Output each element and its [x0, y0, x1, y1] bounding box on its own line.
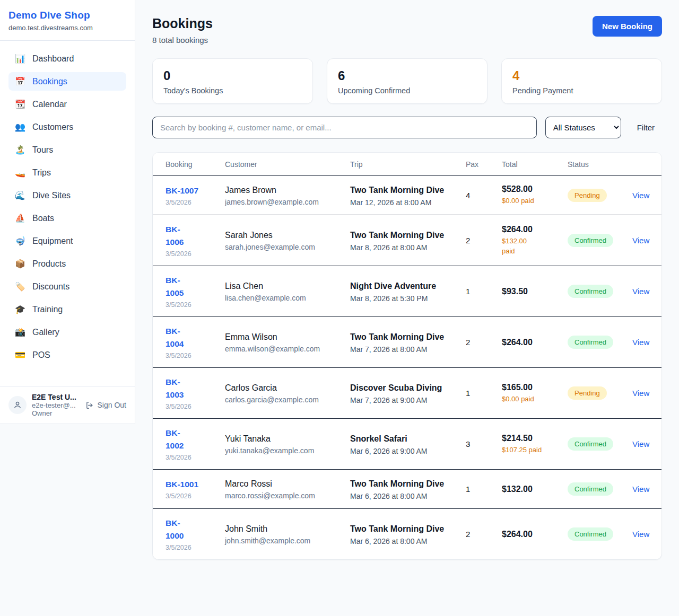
booking-id-link[interactable]: BK- 1004	[166, 325, 207, 350]
view-link[interactable]: View	[632, 338, 649, 347]
sidebar-item-gallery[interactable]: 📸Gallery	[8, 323, 126, 341]
column-header-total: Total	[489, 153, 555, 176]
sidebar-item-label: Gallery	[32, 328, 59, 337]
products-icon: 📦	[15, 259, 25, 269]
table-row: BK-1007 3/5/2026 James Brown james.brown…	[153, 176, 662, 215]
stat-value: 6	[338, 68, 476, 83]
page-title: Bookings	[152, 16, 213, 31]
pax-count: 2	[466, 338, 484, 347]
trip-datetime: Mar 6, 2026 at 8:00 AM	[350, 537, 448, 545]
view-link[interactable]: View	[632, 530, 649, 539]
trip-name: Two Tank Morning Dive	[350, 184, 448, 197]
customer-name: Marco Rossi	[225, 478, 332, 490]
tours-icon: 🏝️	[15, 145, 25, 155]
view-link[interactable]: View	[632, 287, 649, 296]
total-amount: $264.00	[502, 530, 550, 539]
sidebar-item-pos[interactable]: 💳POS	[8, 346, 126, 364]
booking-date: 3/5/2026	[166, 544, 207, 551]
booking-date: 3/5/2026	[166, 250, 207, 258]
new-booking-button[interactable]: New Booking	[593, 16, 662, 37]
trip-name: Two Tank Morning Dive	[350, 523, 448, 535]
view-link[interactable]: View	[632, 389, 649, 398]
trip-datetime: Mar 6, 2026 at 9:00 AM	[350, 447, 448, 455]
customer-email: emma.wilson@example.com	[225, 345, 332, 353]
view-link[interactable]: View	[632, 485, 649, 494]
sign-out-button[interactable]: Sign Out	[85, 401, 126, 410]
sidebar-item-products[interactable]: 📦Products	[8, 254, 126, 273]
booking-id-link[interactable]: BK- 1005	[166, 274, 207, 300]
avatar	[8, 396, 27, 414]
sidebar-item-dive-sites[interactable]: 🌊Dive Sites	[8, 186, 126, 205]
user-name: E2E Test U...	[32, 393, 80, 401]
sidebar-item-label: POS	[32, 350, 50, 360]
paid-amount: $0.00 paid	[502, 196, 550, 206]
pos-icon: 💳	[15, 350, 25, 360]
view-link[interactable]: View	[632, 439, 649, 448]
booking-id-link[interactable]: BK-1007	[166, 184, 207, 197]
total-amount: $528.00	[502, 184, 550, 194]
sidebar-item-calendar[interactable]: 📆Calendar	[8, 95, 126, 113]
booking-id-link[interactable]: BK-1001	[166, 478, 207, 491]
sidebar-item-boats[interactable]: ⛵Boats	[8, 209, 126, 227]
total-amount: $264.00	[502, 338, 550, 347]
user-email: e2e-tester@...	[32, 401, 80, 409]
sidebar-item-tours[interactable]: 🏝️Tours	[8, 140, 126, 159]
user-role: Owner	[32, 409, 80, 417]
sidebar-item-discounts[interactable]: 🏷️Discounts	[8, 277, 126, 296]
sidebar-item-equipment[interactable]: 🤿Equipment	[8, 232, 126, 250]
table-row: BK- 1002 3/5/2026 Yuki Tanaka yuki.tanak…	[153, 419, 662, 470]
sidebar-item-label: Calendar	[32, 100, 67, 109]
stats-row: 0 Today's Bookings 6 Upcoming Confirmed …	[152, 58, 662, 104]
status-badge: Confirmed	[568, 336, 613, 349]
sidebar-item-label: Customers	[32, 122, 73, 132]
table-row: BK- 1006 3/5/2026 Sarah Jones sarah.jone…	[153, 215, 662, 266]
trip-datetime: Mar 7, 2026 at 9:00 AM	[350, 396, 448, 404]
pax-count: 1	[466, 287, 484, 296]
table-header-row: Booking Customer Trip Pax Total Status	[153, 153, 662, 176]
trip-datetime: Mar 7, 2026 at 8:00 AM	[350, 345, 448, 354]
sidebar-item-customers[interactable]: 👥Customers	[8, 118, 126, 136]
booking-date: 3/5/2026	[166, 492, 207, 500]
pax-count: 1	[466, 485, 484, 494]
pax-count: 4	[466, 191, 484, 200]
booking-id-link[interactable]: BK- 1003	[166, 376, 207, 401]
customer-name: John Smith	[225, 523, 332, 535]
sidebar-item-label: Tours	[32, 145, 53, 155]
trip-datetime: Mar 12, 2026 at 8:00 AM	[350, 198, 448, 207]
boats-icon: ⛵	[15, 213, 25, 223]
trip-datetime: Mar 8, 2026 at 8:00 AM	[350, 243, 448, 252]
view-link[interactable]: View	[632, 191, 649, 200]
sidebar-item-bookings[interactable]: 📅Bookings	[8, 72, 126, 91]
column-header-customer: Customer	[212, 153, 337, 176]
bookings-table: Booking Customer Trip Pax Total Status B…	[153, 153, 662, 559]
status-badge: Confirmed	[568, 234, 613, 247]
booking-date: 3/5/2026	[166, 301, 207, 309]
stat-label: Upcoming Confirmed	[338, 86, 476, 95]
sidebar-item-label: Dive Sites	[32, 191, 71, 200]
pax-count: 1	[466, 389, 484, 398]
sign-out-label: Sign Out	[98, 401, 126, 409]
booking-id-link[interactable]: BK- 1006	[166, 223, 207, 249]
table-row: BK- 1004 3/5/2026 Emma Wilson emma.wilso…	[153, 317, 662, 368]
customer-email: marco.rossi@example.com	[225, 491, 332, 500]
booking-date: 3/5/2026	[166, 199, 207, 206]
view-link[interactable]: View	[632, 236, 649, 245]
sign-out-icon	[85, 401, 94, 410]
sidebar-item-training[interactable]: 🎓Training	[8, 300, 126, 319]
stat-card-todays-bookings: 0 Today's Bookings	[152, 58, 313, 104]
booking-id-link[interactable]: BK- 1000	[166, 517, 207, 542]
shop-header: Demo Dive Shop demo.test.divestreams.com	[0, 0, 135, 41]
booking-id-link[interactable]: BK- 1002	[166, 427, 207, 452]
sidebar-item-dashboard[interactable]: 📊Dashboard	[8, 49, 126, 68]
sidebar-item-trips[interactable]: 🚤Trips	[8, 163, 126, 182]
total-amount: $165.00	[502, 383, 550, 392]
search-input[interactable]	[152, 117, 537, 138]
total-amount: $93.50	[502, 287, 550, 296]
person-icon	[13, 400, 22, 410]
user-section: E2E Test U... e2e-tester@... Owner Sign …	[0, 386, 135, 424]
training-icon: 🎓	[15, 304, 25, 314]
sidebar-item-label: Bookings	[32, 77, 67, 86]
customer-name: Carlos Garcia	[225, 382, 332, 394]
filter-button[interactable]: Filter	[630, 119, 662, 136]
status-filter-select[interactable]: All Statuses	[545, 117, 621, 138]
